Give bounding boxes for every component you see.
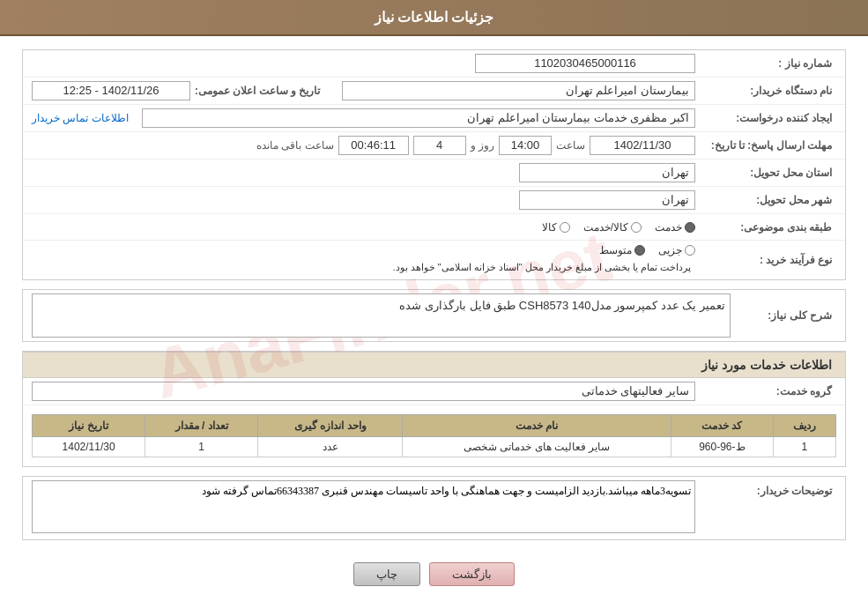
etelaat-tamas-link[interactable]: اطلاعات تماس خریدار <box>32 112 129 124</box>
radio-motavasset-label: متوسط <box>599 244 632 256</box>
radio-kala[interactable]: کالا <box>542 221 570 234</box>
nam-dastgah-label: نام دستگاه خریدار: <box>695 85 836 97</box>
radio-khadamat[interactable]: خدمت <box>655 221 695 234</box>
mohlat-saat-label: ساعت <box>556 139 585 152</box>
tabaqe-radio-group: خدمت کالا/خدمت کالا <box>542 221 695 234</box>
cell-tedad: 1 <box>145 437 258 457</box>
mohlat-mande-label: ساعت باقی مانده <box>256 139 334 152</box>
cell-radif: 1 <box>773 437 835 457</box>
tawzihat-label: توضیحات خریدار: <box>695 480 836 497</box>
mohlat-date: 1402/11/30 <box>590 136 695 155</box>
khadamat-title: اطلاعات خدمات مورد نیاز <box>23 352 845 378</box>
tawzihat-section: توضیحات خریدار: <box>22 476 846 540</box>
tarikh-nam-row: نام دستگاه خریدار: بیمارستان امیراعلم ته… <box>23 78 845 105</box>
page-wrapper: جزئیات اطلاعات نیاز شماره نیاز : 1102030… <box>0 0 868 609</box>
ostan-row: استان محل تحویل: تهران <box>23 160 845 187</box>
shahr-label: شهر محل تحویل: <box>695 194 836 206</box>
mohlat-saat: 14:00 <box>499 136 552 155</box>
shomara-niaz-label: شماره نیاز : <box>695 57 836 70</box>
nooe-row: نوع فرآیند خرید : جزیی متوسط پرداخت تمام… <box>23 241 845 279</box>
radio-jozi[interactable]: جزیی <box>658 244 695 256</box>
mohlat-multi: 1402/11/30 ساعت 14:00 روز و 4 00:46:11 س… <box>256 136 695 155</box>
mohlat-rooz-label: روز و <box>471 139 494 152</box>
tarikh-elan-value: 1402/11/26 - 12:25 <box>32 81 190 100</box>
shahr-value: تهران <box>519 190 695 210</box>
khadamat-table: ردیف کد خدمت نام خدمت واحد اندازه گیری ت… <box>32 414 836 457</box>
khadamat-table-section: ردیف کد خدمت نام خدمت واحد اندازه گیری ت… <box>23 405 845 466</box>
nam-dastgah-value: بیمارستان امیراعلم تهران <box>342 81 695 100</box>
ijad-konande-label: ایجاد کننده درخواست: <box>695 112 836 124</box>
radio-motavasset-circle <box>634 245 645 256</box>
tawzihat-textarea[interactable] <box>32 480 695 533</box>
sharh-niaz-container: AnaFinder.net تعمیر یک عدد کمپرسور مدل14… <box>32 293 731 338</box>
content-area: شماره نیاز : 1102030465000116 نام دستگاه… <box>0 36 868 609</box>
cell-unit: عدد <box>258 437 403 457</box>
nooe-container: جزیی متوسط پرداخت تمام یا بخشی از مبلغ خ… <box>32 244 695 276</box>
shomara-niaz-value: 1102030465000116 <box>475 54 695 73</box>
table-row: 1ط-96-960سایر فعالیت های خدماتی شخصیعدد1… <box>33 437 836 457</box>
radio-khadamat-circle <box>685 222 695 233</box>
tarikh-elan-label: تاریخ و ساعت اعلان عمومی: <box>195 85 324 97</box>
sharh-niaz-row: شرح کلی نیاز: AnaFinder.net تعمیر یک عدد… <box>23 290 845 341</box>
ijad-konande-row: ایجاد کننده درخواست: اکبر مظفری خدمات بی… <box>23 105 845 132</box>
khadamat-section: اطلاعات خدمات مورد نیاز گروه خدمت: سایر … <box>22 351 846 467</box>
nooe-note: پرداخت تمام یا بخشی از مبلغ خریدار محل "… <box>32 259 695 276</box>
back-button[interactable]: بازگشت <box>429 562 515 586</box>
shahr-row: شهر محل تحویل: تهران <box>23 187 845 214</box>
ostan-label: استان محل تحویل: <box>695 167 836 179</box>
radio-kala-khadamat-circle <box>631 222 642 233</box>
col-tedad: تعداد / مقدار <box>145 415 258 437</box>
cell-code: ط-96-960 <box>671 437 773 457</box>
nooe-label: نوع فرآیند خرید : <box>695 254 836 266</box>
sharh-niaz-section: شرح کلی نیاز: AnaFinder.net تعمیر یک عدد… <box>22 289 846 342</box>
main-info-section: شماره نیاز : 1102030465000116 نام دستگاه… <box>22 49 846 280</box>
table-head: ردیف کد خدمت نام خدمت واحد اندازه گیری ت… <box>33 415 836 437</box>
col-radif: ردیف <box>773 415 835 437</box>
col-unit: واحد اندازه گیری <box>258 415 403 437</box>
radio-kala-khadamat[interactable]: کالا/خدمت <box>583 221 642 234</box>
ijad-konande-value: اکبر مظفری خدمات بیمارستان امیراعلم تهرا… <box>142 108 695 128</box>
radio-jozi-label: جزیی <box>658 244 682 256</box>
radio-kala-circle <box>560 222 570 233</box>
tawzihat-container <box>32 480 695 536</box>
radio-motavasset[interactable]: متوسط <box>599 244 645 256</box>
header-title: جزئیات اطلاعات نیاز <box>375 10 494 25</box>
ostan-value: تهران <box>519 163 695 182</box>
radio-kala-khadamat-label: کالا/خدمت <box>583 221 628 234</box>
nooe-radio-group: جزیی متوسط <box>32 244 695 256</box>
gorooh-label: گروه خدمت: <box>695 385 836 397</box>
sharh-niaz-label: شرح کلی نیاز: <box>731 309 836 322</box>
cell-name: سایر فعالیت های خدماتی شخصی <box>403 437 671 457</box>
cell-tarikh: 1402/11/30 <box>33 437 145 457</box>
col-name: نام خدمت <box>403 415 671 437</box>
radio-jozi-circle <box>685 245 695 256</box>
col-tarikh: تاریخ نیاز <box>33 415 145 437</box>
table-body: 1ط-96-960سایر فعالیت های خدماتی شخصیعدد1… <box>33 437 836 457</box>
page-header: جزئیات اطلاعات نیاز <box>0 0 868 36</box>
mohlat-rooz: 4 <box>413 136 466 155</box>
footer-buttons: بازگشت چاپ <box>22 549 846 599</box>
col-code: کد خدمت <box>671 415 773 437</box>
gorooh-value: سایر فعالیتهای خدماتی <box>32 382 695 401</box>
table-header-row: ردیف کد خدمت نام خدمت واحد اندازه گیری ت… <box>33 415 836 437</box>
tabaqe-row: طبقه بندی موضوعی: خدمت کالا/خدمت کالا <box>23 214 845 241</box>
mohlat-mande: 00:46:11 <box>338 136 409 155</box>
gorooh-row: گروه خدمت: سایر فعالیتهای خدماتی <box>23 378 845 405</box>
tawzihat-row: توضیحات خریدار: <box>23 477 845 539</box>
shomara-niaz-row: شماره نیاز : 1102030465000116 <box>23 50 845 78</box>
mohlat-ersal-label: مهلت ارسال پاسخ: تا تاریخ: <box>695 139 836 152</box>
print-button[interactable]: چاپ <box>353 562 420 586</box>
radio-kala-label: کالا <box>542 221 557 234</box>
tabaqe-label: طبقه بندی موضوعی: <box>695 221 836 234</box>
mohlat-row: مهلت ارسال پاسخ: تا تاریخ: 1402/11/30 سا… <box>23 132 845 160</box>
radio-khadamat-label: خدمت <box>655 221 682 234</box>
sharh-niaz-value: تعمیر یک عدد کمپرسور مدل140 CSH8573 طبق … <box>32 293 731 338</box>
